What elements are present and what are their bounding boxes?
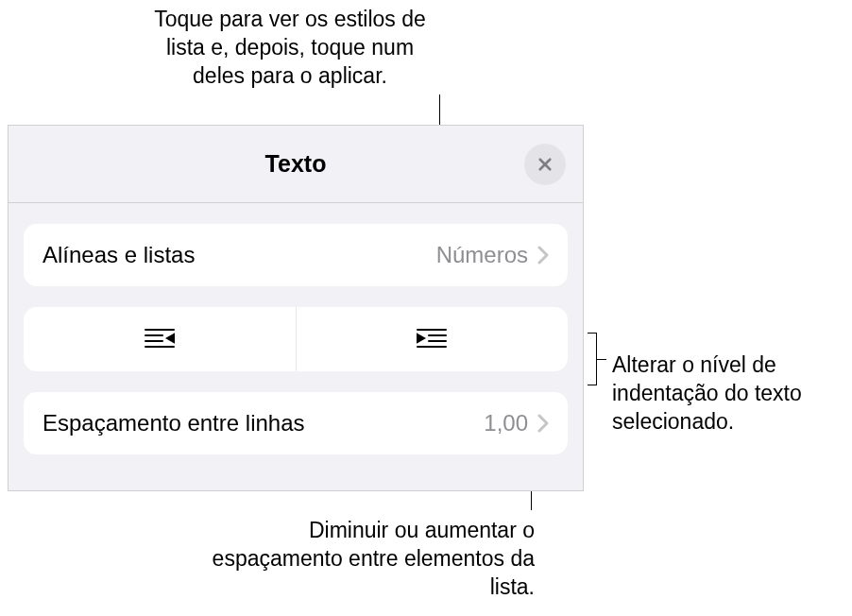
callout-top-text: Toque para ver os estilos de lista e, de… [144,6,436,91]
close-button[interactable] [524,144,566,185]
callout-right-text: Alterar o nível de indentação do texto s… [612,351,848,436]
decrease-indent-button[interactable] [24,307,297,371]
text-format-panel: Texto Alíneas e listas Números [8,125,584,491]
chevron-right-icon [537,414,549,433]
indent-controls-row [24,307,568,371]
callout-bottom-text: Diminuir ou aumentar o espaçamento entre… [178,517,535,602]
line-spacing-value: 1,00 [484,410,528,436]
panel-title: Texto [265,150,327,178]
svg-marker-6 [167,334,174,342]
bullets-lists-row[interactable]: Alíneas e listas Números [24,224,568,286]
callout-leader-line [597,359,606,360]
panel-header: Texto [9,126,583,203]
line-spacing-label: Espaçamento entre linhas [43,410,484,436]
callout-leader-bracket [588,333,597,385]
decrease-indent-icon [143,326,177,352]
svg-marker-11 [417,334,424,342]
increase-indent-icon [415,326,449,352]
bullets-lists-label: Alíneas e listas [43,242,436,268]
chevron-right-icon [537,246,549,265]
line-spacing-row[interactable]: Espaçamento entre linhas 1,00 [24,392,568,454]
close-icon [537,156,554,173]
bullets-lists-value: Números [436,242,528,268]
panel-body: Alíneas e listas Números [9,203,583,454]
increase-indent-button[interactable] [297,307,569,371]
